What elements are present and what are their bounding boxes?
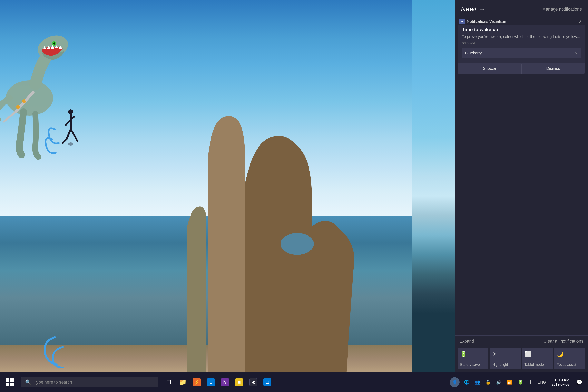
yellow-app-icon: ▣ (235, 378, 243, 386)
action-center-icon: 💬 (576, 380, 582, 385)
people-icon[interactable]: 👥 (474, 378, 481, 386)
notification-body: To prove you're awake, select which of t… (462, 34, 581, 40)
security-icon[interactable]: 🔒 (484, 378, 492, 386)
dark-app-icon: ◉ (249, 378, 257, 386)
quick-tile-night-light[interactable]: ☀ Night light (490, 348, 520, 369)
focus-assist-label: Focus assist (557, 362, 576, 367)
clock-time: 8:19 AM (555, 378, 570, 382)
calculator-button[interactable]: ⊞ (204, 374, 217, 390)
windows-icon (6, 378, 14, 386)
multitasking-icon: ⊟ (264, 378, 271, 386)
language-indicator[interactable]: ENG (536, 379, 547, 386)
quick-tile-battery-saver[interactable]: 🔋 Battery saver (458, 348, 488, 369)
quick-tile-focus-assist[interactable]: 🌙 Focus assist (554, 348, 585, 369)
task-view-button[interactable]: ❐ (162, 374, 175, 390)
start-button[interactable] (0, 372, 20, 392)
onenote-button[interactable]: N (219, 374, 231, 390)
file-explorer-button[interactable]: 📁 (176, 374, 189, 390)
dismiss-button[interactable]: Dismiss (522, 64, 585, 74)
system-tray: 👤 🌐 👥 🔒 🔊 📶 🔋 ⬆ ENG 8:19 AM 2019-07-03 💬 (450, 372, 588, 392)
app-icon-2[interactable]: ▣ (233, 374, 246, 390)
expand-link[interactable]: Expand (460, 339, 474, 344)
collapse-button[interactable]: ∧ (577, 18, 583, 24)
taskbar: 🔍 Type here to search ❐ 📁 ⚡ ⊞ N ▣ ◉ ⊟ (0, 372, 588, 392)
battery-icon[interactable]: 🔋 (517, 378, 524, 386)
new-badge-area: New! → (461, 6, 485, 13)
app-icon-3[interactable]: ◉ (247, 374, 260, 390)
manage-notifications-link[interactable]: Manage notifications (542, 7, 582, 12)
clock-date: 2019-07-03 (552, 382, 570, 386)
notification-title: Time to wake up! (462, 27, 581, 32)
notification-time: 8:18 AM (462, 41, 581, 45)
multitasking-button[interactable]: ⊟ (261, 374, 274, 390)
notification-panel: New! → Manage notifications ■ Notificati… (455, 0, 588, 372)
night-light-label: Night light (492, 362, 508, 367)
notification-actions: Snooze Dismiss (458, 63, 585, 74)
up-arrow-icon[interactable]: ⬆ (528, 378, 533, 386)
app-icon: ■ (460, 18, 465, 24)
notification-card: Time to wake up! To prove you're awake, … (458, 25, 585, 74)
quick-tile-tablet-mode[interactable]: ⬜ Tablet mode (522, 348, 553, 369)
tablet-mode-label: Tablet mode (524, 362, 544, 367)
task-view-icon: ❐ (166, 379, 171, 385)
action-center-button[interactable]: 💬 (574, 372, 585, 392)
beach-water (0, 216, 412, 353)
app-icon-1[interactable]: ⚡ (190, 374, 203, 390)
onenote-icon: N (221, 378, 229, 386)
calculator-icon: ⊞ (207, 378, 215, 386)
snooze-button[interactable]: Snooze (458, 64, 522, 74)
search-icon: 🔍 (25, 380, 31, 385)
fruit-dropdown[interactable]: Blueberry ∨ (462, 48, 581, 58)
quick-actions: 🔋 Battery saver ☀ Night light ⬜ Tablet m… (455, 346, 588, 372)
network-icon[interactable]: 🌐 (463, 378, 470, 386)
app-row: ■ Notifications Visualizer ∧ (455, 17, 588, 25)
new-label: New! (461, 6, 477, 13)
app-name: Notifications Visualizer (467, 19, 577, 24)
user-avatar[interactable]: 👤 (450, 377, 460, 387)
focus-assist-icon: 🌙 (557, 351, 564, 357)
taskbar-apps: ❐ 📁 ⚡ ⊞ N ▣ ◉ ⊟ (162, 374, 274, 390)
notification-content: Time to wake up! To prove you're awake, … (458, 25, 585, 63)
clear-all-link[interactable]: Clear all notifications (544, 339, 583, 344)
panel-header: New! → Manage notifications (455, 0, 588, 17)
chevron-down-icon: ∨ (575, 51, 578, 55)
arrow-icon: → (479, 6, 485, 12)
night-light-icon: ☀ (492, 351, 497, 357)
network-status-icon[interactable]: 📶 (506, 378, 514, 386)
dropdown-value: Blueberry (465, 51, 482, 55)
battery-saver-icon: 🔋 (460, 351, 467, 357)
battery-saver-label: Battery saver (460, 362, 481, 367)
expand-row: Expand Clear all notifications (455, 335, 588, 346)
orange-app-icon: ⚡ (193, 378, 201, 386)
clock[interactable]: 8:19 AM 2019-07-03 (550, 377, 571, 388)
panel-spacer (455, 77, 588, 335)
volume-icon[interactable]: 🔊 (495, 378, 503, 386)
search-bar[interactable]: 🔍 Type here to search (21, 377, 158, 388)
file-explorer-icon: 📁 (179, 378, 186, 386)
panel-footer: Expand Clear all notifications 🔋 Battery… (455, 335, 588, 372)
search-placeholder: Type here to search (34, 380, 72, 385)
tablet-mode-icon: ⬜ (524, 351, 531, 357)
